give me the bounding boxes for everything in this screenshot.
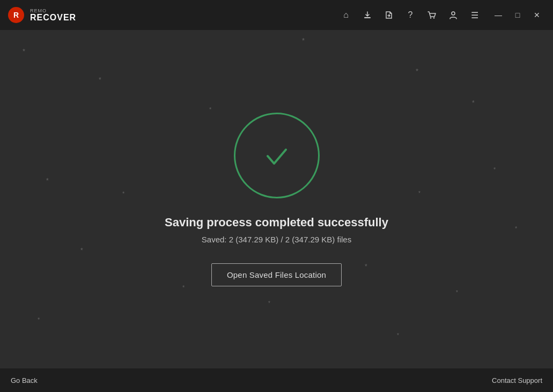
- help-icon[interactable]: ?: [401, 5, 420, 25]
- hamburger-menu-icon[interactable]: ☰: [465, 5, 484, 25]
- open-saved-files-button[interactable]: Open Saved Files Location: [211, 263, 342, 286]
- footer: Go Back Contact Support: [0, 368, 553, 392]
- download-icon[interactable]: [358, 5, 377, 25]
- close-button[interactable]: ✕: [527, 5, 547, 25]
- window-controls: — □ ✕: [489, 5, 547, 25]
- cart-icon[interactable]: [422, 5, 441, 25]
- go-back-link[interactable]: Go Back: [11, 376, 38, 384]
- logo-circle-icon: R: [8, 7, 24, 23]
- toolbar-icons: ⌂ ?: [336, 5, 484, 25]
- success-title: Saving process completed successfully: [165, 216, 388, 230]
- app-window: ****************** R remo RECOVER ⌂: [0, 0, 553, 392]
- success-subtitle: Saved: 2 (347.29 KB) / 2 (347.29 KB) fil…: [202, 235, 351, 244]
- minimize-button[interactable]: —: [489, 5, 508, 25]
- maximize-button[interactable]: □: [508, 5, 527, 25]
- logo-icon: R: [6, 5, 26, 25]
- home-icon[interactable]: ⌂: [336, 5, 356, 25]
- main-content: Saving process completed successfully Sa…: [0, 30, 553, 368]
- svg-rect-0: [364, 17, 371, 18]
- user-icon[interactable]: [444, 5, 463, 25]
- app-logo: R remo RECOVER: [6, 5, 76, 25]
- logo-text: remo RECOVER: [30, 9, 76, 22]
- svg-point-3: [452, 12, 455, 15]
- logo-recover-text: RECOVER: [30, 13, 76, 22]
- svg-point-2: [433, 17, 434, 18]
- checkmark-icon: [258, 137, 296, 174]
- title-bar: R remo RECOVER ⌂: [0, 0, 553, 30]
- contact-support-link[interactable]: Contact Support: [492, 376, 542, 384]
- svg-point-1: [430, 17, 431, 18]
- file-export-icon[interactable]: [379, 5, 399, 25]
- success-circle: [234, 113, 320, 198]
